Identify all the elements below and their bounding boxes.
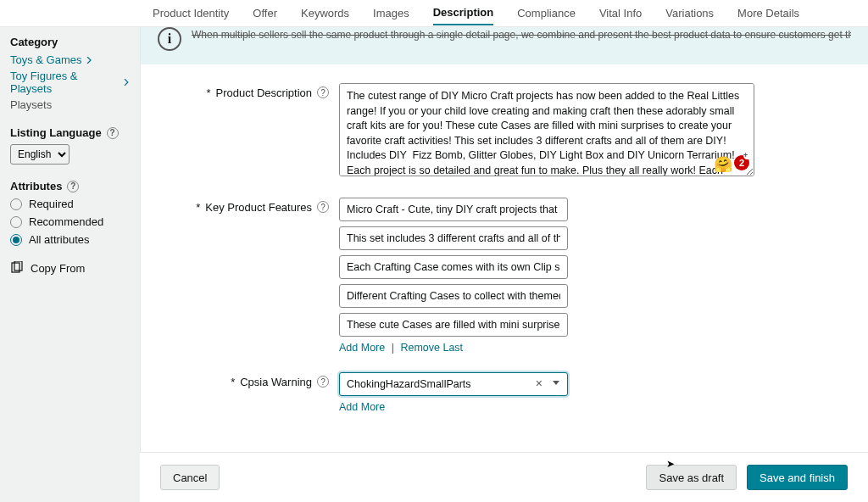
listing-language-label: Listing Language: [10, 126, 102, 139]
main-panel: i When multiple sellers sell the same pr…: [140, 27, 868, 502]
breadcrumb-toys-games[interactable]: Toys & Games: [10, 53, 130, 66]
save-finish-button[interactable]: Save and finish: [747, 465, 848, 490]
required-asterisk: *: [206, 86, 210, 99]
cancel-button[interactable]: Cancel: [160, 465, 220, 490]
key-feature-input-3[interactable]: [339, 255, 568, 279]
language-select[interactable]: English: [10, 144, 70, 165]
key-features-label: Key Product Features: [205, 201, 312, 214]
cpsia-warning-label: Cpsia Warning: [240, 376, 312, 388]
remove-last-feature[interactable]: Remove Last: [400, 342, 463, 354]
chevron-right-icon: [86, 57, 92, 64]
chevron-right-icon: [123, 79, 130, 86]
radio-label: All attributes: [29, 233, 90, 246]
info-icon: i: [158, 27, 181, 51]
breadcrumb-label: Toy Figures & Playsets: [10, 70, 120, 95]
required-asterisk: *: [231, 376, 235, 388]
sidebar: Category Toys & Games Toy Figures & Play…: [0, 27, 140, 502]
tab-offer[interactable]: Offer: [253, 2, 277, 25]
add-more-feature[interactable]: Add More: [339, 342, 385, 354]
copy-from[interactable]: Copy From: [10, 261, 130, 275]
breadcrumb-toy-figures[interactable]: Toy Figures & Playsets: [10, 70, 130, 95]
radio-label: Required: [29, 198, 74, 210]
radio-icon: [10, 198, 22, 210]
tab-compliance[interactable]: Compliance: [517, 2, 576, 25]
key-feature-input-5[interactable]: [339, 313, 568, 337]
separator: |: [392, 342, 394, 354]
copy-icon: [10, 261, 24, 275]
help-icon[interactable]: ?: [317, 86, 329, 98]
top-tabs: Product Identity Offer Keywords Images D…: [0, 0, 868, 27]
attr-recommended[interactable]: Recommended: [10, 215, 130, 228]
radio-icon: [10, 216, 22, 228]
product-description-label: Product Description: [216, 86, 312, 99]
banner-text: When multiple sellers sell the same prod…: [192, 29, 851, 41]
product-description-input[interactable]: [339, 83, 754, 176]
clear-icon[interactable]: ×: [536, 376, 542, 390]
tab-more-details[interactable]: More Details: [737, 2, 799, 25]
key-feature-input-4[interactable]: [339, 284, 568, 308]
breadcrumb-label: Toys & Games: [10, 53, 82, 66]
key-feature-input-1[interactable]: [339, 198, 568, 221]
tab-description[interactable]: Description: [433, 1, 494, 25]
tab-keywords[interactable]: Keywords: [301, 2, 349, 25]
footer-bar: Cancel ➤ Save as draft Save and finish: [140, 452, 868, 502]
radio-icon: [10, 234, 22, 246]
tab-images[interactable]: Images: [373, 2, 409, 25]
key-feature-input-2[interactable]: [339, 226, 568, 250]
tab-variations[interactable]: Variations: [665, 2, 714, 25]
info-banner: i When multiple sellers sell the same pr…: [141, 27, 868, 64]
radio-label: Recommended: [29, 215, 103, 228]
help-icon[interactable]: ?: [107, 127, 119, 139]
tab-vital-info[interactable]: Vital Info: [599, 2, 642, 25]
help-icon[interactable]: ?: [317, 376, 329, 388]
attr-all[interactable]: All attributes: [10, 233, 130, 246]
required-asterisk: *: [196, 201, 200, 214]
save-draft-button[interactable]: Save as draft: [646, 465, 737, 490]
help-icon[interactable]: ?: [67, 181, 79, 192]
category-heading: Category: [10, 36, 130, 48]
chevron-down-icon[interactable]: [553, 381, 559, 385]
cpsia-warning-input[interactable]: [339, 372, 568, 396]
help-icon[interactable]: ?: [317, 201, 329, 213]
add-more-cpsia[interactable]: Add More: [339, 401, 385, 413]
copy-from-label: Copy From: [31, 262, 85, 275]
breadcrumb-playsets: Playsets: [10, 98, 130, 111]
attr-required[interactable]: Required: [10, 198, 130, 210]
tab-product-identity[interactable]: Product Identity: [153, 2, 229, 25]
attributes-label: Attributes: [10, 180, 62, 192]
